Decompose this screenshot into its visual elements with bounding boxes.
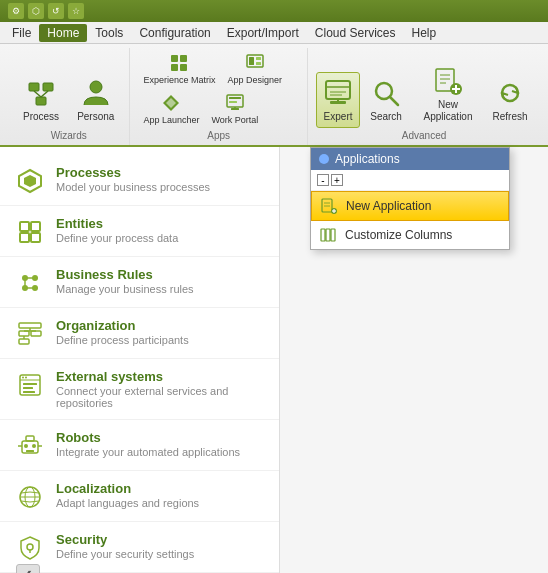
svg-line-28 xyxy=(390,97,398,105)
svg-line-3 xyxy=(34,91,41,97)
svg-rect-12 xyxy=(256,57,261,60)
expert-label: Expert xyxy=(324,111,353,123)
sidebar-item-security[interactable]: Security Define your security settings xyxy=(0,522,279,573)
ribbon: Process Persona Wizards xyxy=(0,44,548,147)
svg-rect-17 xyxy=(229,97,241,99)
sidebar-item-organization[interactable]: Organization Define process participants xyxy=(0,308,279,359)
localization-title: Localization xyxy=(56,481,199,496)
ribbon-btn-app-designer[interactable]: App Designer xyxy=(222,50,287,88)
tree-expand-icon-2[interactable]: + xyxy=(331,174,343,186)
app-designer-icon xyxy=(245,53,265,73)
robots-title: Robots xyxy=(56,430,240,445)
svg-rect-86 xyxy=(321,229,325,241)
ribbon-group-apps: Experience Matrix App Designer xyxy=(130,48,308,145)
svg-rect-21 xyxy=(326,81,350,99)
svg-rect-0 xyxy=(29,83,39,91)
title-icon-1: ⚙ xyxy=(8,3,24,19)
security-desc: Define your security settings xyxy=(56,548,194,560)
processes-desc: Model your business processes xyxy=(56,181,210,193)
process-icon xyxy=(25,77,57,109)
new-application-label: New Application xyxy=(419,99,477,123)
entities-text: Entities Define your process data xyxy=(56,216,178,244)
business-rules-title: Business Rules xyxy=(56,267,194,282)
svg-point-66 xyxy=(24,444,28,448)
ribbon-btn-experience[interactable]: Experience Matrix xyxy=(138,50,220,88)
organization-text: Organization Define process participants xyxy=(56,318,189,346)
svg-point-58 xyxy=(22,377,24,379)
ribbon-group-advanced: Expert Search xyxy=(308,48,540,145)
sidebar-item-processes[interactable]: Processes Model your business processes xyxy=(0,155,279,206)
ribbon-btn-process[interactable]: Process xyxy=(16,72,66,128)
organization-title: Organization xyxy=(56,318,189,333)
svg-marker-37 xyxy=(24,175,36,187)
menu-configuration[interactable]: Configuration xyxy=(131,24,218,42)
dropdown-item-customize-columns[interactable]: Customize Columns xyxy=(311,221,509,249)
localization-desc: Adapt languages and regions xyxy=(56,497,199,509)
ribbon-btn-work-portal[interactable]: Work Portal xyxy=(206,90,263,128)
svg-rect-11 xyxy=(249,57,254,65)
menu-file[interactable]: File xyxy=(4,24,39,42)
svg-rect-25 xyxy=(330,101,346,104)
external-systems-icon xyxy=(16,371,44,399)
localization-text: Localization Adapt languages and regions xyxy=(56,481,199,509)
svg-point-59 xyxy=(25,377,27,379)
svg-rect-61 xyxy=(23,387,33,389)
processes-icon xyxy=(16,167,44,195)
tree-expand-icon[interactable]: - xyxy=(317,174,329,186)
new-application-icon xyxy=(432,65,464,97)
svg-rect-64 xyxy=(26,436,34,441)
menu-help[interactable]: Help xyxy=(404,24,445,42)
sidebar-item-localization[interactable]: Localization Adapt languages and regions xyxy=(0,471,279,522)
organization-desc: Define process participants xyxy=(56,334,189,346)
svg-rect-6 xyxy=(171,55,178,62)
title-icon-3: ↺ xyxy=(48,3,64,19)
svg-point-5 xyxy=(90,81,102,93)
refresh-label: Refresh xyxy=(493,111,528,123)
process-label: Process xyxy=(23,111,59,123)
ribbon-btn-app-launcher[interactable]: App Launcher xyxy=(138,90,204,128)
external-systems-desc: Connect your external services and repos… xyxy=(56,385,263,409)
svg-point-74 xyxy=(27,544,33,550)
svg-rect-60 xyxy=(23,383,37,385)
svg-rect-13 xyxy=(256,62,261,65)
svg-point-67 xyxy=(32,444,36,448)
tree-icons: - + xyxy=(317,174,343,186)
svg-rect-80 xyxy=(322,199,332,212)
sidebar-item-business-rules[interactable]: Business Rules Manage your business rule… xyxy=(0,257,279,308)
svg-rect-41 xyxy=(31,233,40,242)
app-launcher-icon xyxy=(161,93,181,113)
collapse-icon: ❮ xyxy=(23,569,33,573)
sidebar: Processes Model your business processes … xyxy=(0,147,280,573)
sidebar-collapse-button[interactable]: ❮ xyxy=(16,564,40,573)
search-icon xyxy=(370,77,402,109)
persona-label: Persona xyxy=(77,111,114,123)
ribbon-btn-search[interactable]: Search xyxy=(364,72,408,128)
sidebar-item-robots[interactable]: Robots Integrate your automated applicat… xyxy=(0,420,279,471)
menu-export[interactable]: Export/Import xyxy=(219,24,307,42)
dropdown-header-dot xyxy=(319,154,329,164)
menu-bar: File Home Tools Configuration Export/Imp… xyxy=(0,22,548,44)
ribbon-btn-refresh[interactable]: Refresh xyxy=(488,72,532,128)
dropdown-item-new-application[interactable]: New Application xyxy=(311,191,509,221)
ribbon-btn-persona[interactable]: Persona xyxy=(70,72,121,128)
business-rules-text: Business Rules Manage your business rule… xyxy=(56,267,194,295)
svg-rect-7 xyxy=(180,55,187,62)
security-icon xyxy=(16,534,44,562)
sidebar-item-entities[interactable]: Entities Define your process data xyxy=(0,206,279,257)
persona-icon xyxy=(80,77,112,109)
ribbon-btn-new-application[interactable]: New Application xyxy=(412,60,484,128)
ribbon-btn-expert[interactable]: Expert xyxy=(316,72,360,128)
menu-cloud[interactable]: Cloud Services xyxy=(307,24,404,42)
dropdown-tree-row: - + xyxy=(311,170,509,191)
svg-rect-52 xyxy=(19,339,29,344)
svg-rect-68 xyxy=(26,450,34,452)
app-designer-label: App Designer xyxy=(227,75,282,85)
svg-rect-38 xyxy=(20,222,29,231)
dropdown-header-label: Applications xyxy=(335,152,400,166)
menu-tools[interactable]: Tools xyxy=(87,24,131,42)
sidebar-item-external-systems[interactable]: External systems Connect your external s… xyxy=(0,359,279,420)
localization-icon xyxy=(16,483,44,511)
menu-home[interactable]: Home xyxy=(39,24,87,42)
svg-rect-40 xyxy=(20,233,29,242)
svg-rect-2 xyxy=(36,97,46,105)
